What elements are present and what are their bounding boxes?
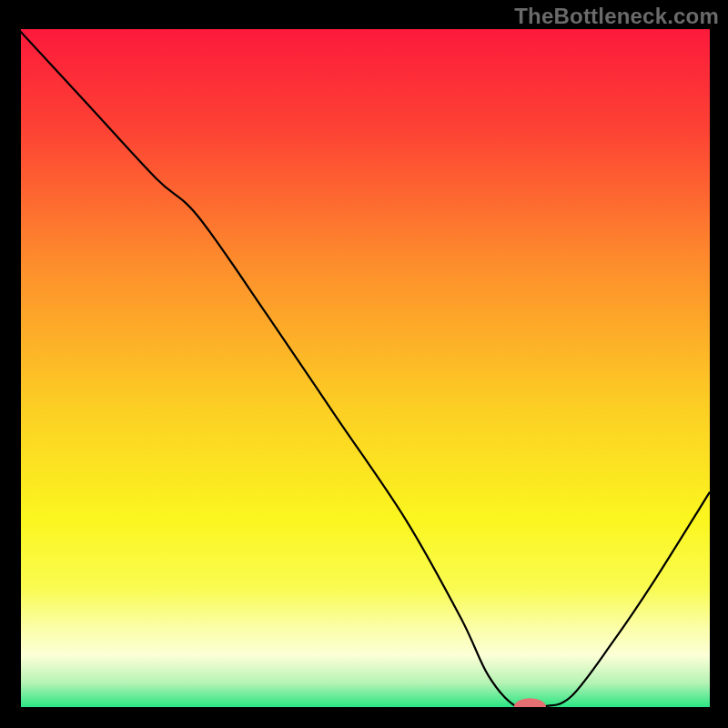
watermark-label: TheBottleneck.com: [514, 4, 719, 29]
chart-frame: TheBottleneck.com: [0, 0, 728, 728]
chart-svg: [18, 29, 710, 710]
plot-area: [18, 29, 710, 710]
gradient-background: [18, 29, 710, 710]
